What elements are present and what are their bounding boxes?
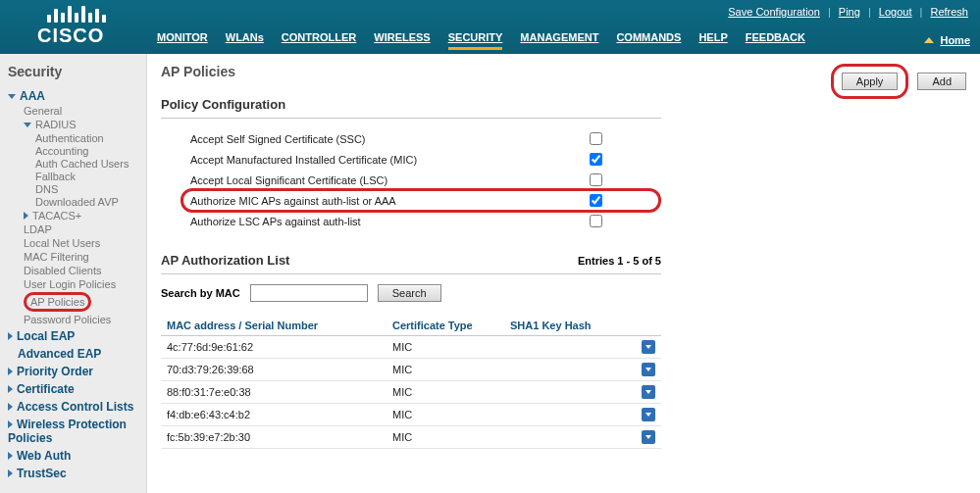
cell-mac: 4c:77:6d:9e:61:62 (161, 336, 387, 359)
sidebar-local-net[interactable]: Local Net Users (24, 237, 140, 249)
sidebar-authentication[interactable]: Authentication (35, 132, 140, 144)
cell-mac: 70:d3:79:26:39:68 (161, 359, 387, 381)
mic-checkbox[interactable] (590, 153, 602, 166)
sidebar-accounting[interactable]: Accounting (35, 145, 140, 157)
cell-sha1 (504, 359, 636, 381)
row-menu-button[interactable] (642, 363, 655, 376)
add-button[interactable]: Add (917, 73, 966, 90)
auth-mic-checkbox[interactable] (590, 194, 602, 207)
sidebar-local-eap[interactable]: Local EAP (8, 329, 140, 343)
search-mac-input[interactable] (250, 284, 368, 302)
home-link-wrap: Home (924, 34, 970, 46)
search-button[interactable]: Search (378, 284, 441, 302)
home-link[interactable]: Home (940, 34, 970, 46)
sidebar-auth-cached[interactable]: Auth Cached Users (35, 158, 140, 170)
nav-management[interactable]: MANAGEMENT (520, 31, 598, 50)
sidebar-user-login[interactable]: User Login Policies (24, 278, 140, 290)
nav-security[interactable]: SECURITY (448, 31, 503, 50)
ssc-checkbox[interactable] (590, 132, 602, 145)
chevron-down-icon (8, 94, 16, 99)
row-menu-button[interactable] (642, 385, 655, 399)
chevron-right-icon (8, 469, 13, 477)
policy-row-auth-lsc: Authorize LSC APs against auth-list (161, 211, 661, 231)
chevron-right-icon (8, 420, 13, 428)
chevron-down-icon (24, 123, 31, 127)
cell-mac: 88:f0:31:7e:e0:38 (161, 381, 387, 404)
divider (161, 118, 661, 119)
sidebar-trustsec[interactable]: TrustSec (8, 467, 140, 480)
apply-button[interactable]: Apply (842, 73, 899, 90)
auth-list-title: AP Authorization List (161, 253, 289, 268)
nav-controller[interactable]: CONTROLLER (282, 31, 356, 50)
row-menu-button[interactable] (642, 408, 655, 421)
policy-row-auth-mic: Authorize MIC APs against auth-list or A… (161, 190, 661, 211)
sidebar-dl-avp[interactable]: Downloaded AVP (35, 196, 140, 208)
refresh-link[interactable]: Refresh (930, 6, 968, 18)
policy-label: Authorize MIC APs against auth-list or A… (190, 195, 590, 207)
table-row: 4c:77:6d:9e:61:62MIC (161, 336, 661, 359)
sidebar-dns[interactable]: DNS (35, 183, 140, 195)
sidebar-aaa[interactable]: AAA (8, 89, 140, 103)
auth-list-section: AP Authorization List Entries 1 - 5 of 5… (161, 253, 966, 449)
ping-link[interactable]: Ping (839, 6, 860, 18)
logout-link[interactable]: Logout (879, 6, 912, 18)
policy-config-title: Policy Configuration (161, 97, 966, 112)
cell-sha1 (504, 381, 636, 404)
search-row: Search by MAC Search (161, 284, 966, 302)
nav-wireless[interactable]: WIRELESS (374, 31, 430, 50)
policy-label: Accept Manufactured Installed Certificat… (190, 154, 590, 166)
main-nav: MONITOR WLANs CONTROLLER WIRELESS SECURI… (157, 31, 805, 50)
sidebar-disabled[interactable]: Disabled Clients (24, 265, 140, 276)
logo-icon (47, 6, 106, 23)
cell-sha1 (504, 404, 636, 426)
cell-sha1 (504, 336, 636, 359)
home-icon (924, 37, 934, 43)
chevron-right-icon (8, 368, 13, 375)
nav-commands[interactable]: COMMANDS (616, 31, 681, 50)
sidebar-general[interactable]: General (24, 105, 140, 117)
sidebar-title: Security (8, 64, 140, 79)
brand-logo: CISCO (37, 6, 106, 47)
sidebar-ap-policies[interactable]: AP Policies (24, 292, 140, 312)
table-row: fc:5b:39:e7:2b:30MIC (161, 426, 661, 449)
sidebar-ldap[interactable]: LDAP (24, 223, 140, 235)
sidebar-radius[interactable]: RADIUS (24, 119, 140, 130)
sidebar-certificate[interactable]: Certificate (8, 382, 140, 396)
sidebar-advanced-eap[interactable]: Advanced EAP (18, 347, 140, 361)
nav-monitor[interactable]: MONITOR (157, 31, 208, 50)
sidebar-password-policies[interactable]: Password Policies (24, 314, 140, 325)
sidebar-wpp[interactable]: Wireless Protection Policies (8, 418, 140, 445)
sidebar-priority[interactable]: Priority Order (8, 365, 140, 378)
chevron-right-icon (24, 212, 28, 220)
highlight-annotation: Apply (831, 64, 909, 99)
entries-count: Entries 1 - 5 of 5 (578, 255, 661, 267)
policy-row-lsc: Accept Local Significant Certificate (LS… (161, 170, 661, 190)
nav-wlans[interactable]: WLANs (226, 31, 264, 50)
row-menu-button[interactable] (642, 430, 655, 444)
sidebar-acl[interactable]: Access Control Lists (8, 400, 140, 414)
nav-help[interactable]: HELP (698, 31, 727, 50)
top-bar: CISCO Save Configuration | Ping | Logout… (0, 0, 980, 54)
top-links: Save Configuration | Ping | Logout | Ref… (726, 6, 970, 18)
chevron-right-icon (8, 452, 13, 460)
sidebar-webauth[interactable]: Web Auth (8, 449, 140, 463)
sidebar-mac-filter[interactable]: MAC Filtering (24, 251, 140, 263)
policy-row-ssc: Accept Self Signed Certificate (SSC) (161, 128, 661, 149)
auth-lsc-checkbox[interactable] (590, 215, 602, 227)
search-label: Search by MAC (161, 287, 240, 299)
col-sha1: SHA1 Key Hash (504, 316, 636, 336)
sidebar-fallback[interactable]: Fallback (35, 171, 140, 182)
policy-row-mic: Accept Manufactured Installed Certificat… (161, 149, 661, 170)
cell-cert: MIC (387, 381, 504, 404)
table-row: 88:f0:31:7e:e0:38MIC (161, 381, 661, 404)
row-menu-button[interactable] (642, 340, 655, 354)
nav-feedback[interactable]: FEEDBACK (746, 31, 805, 50)
cell-sha1 (504, 426, 636, 449)
lsc-checkbox[interactable] (590, 173, 602, 186)
policy-label: Accept Local Significant Certificate (LS… (190, 174, 590, 186)
cell-cert: MIC (387, 336, 504, 359)
col-cert: Certificate Type (387, 316, 504, 336)
chevron-right-icon (8, 332, 13, 340)
save-config-link[interactable]: Save Configuration (728, 6, 820, 18)
sidebar-tacacs[interactable]: TACACS+ (24, 210, 140, 222)
